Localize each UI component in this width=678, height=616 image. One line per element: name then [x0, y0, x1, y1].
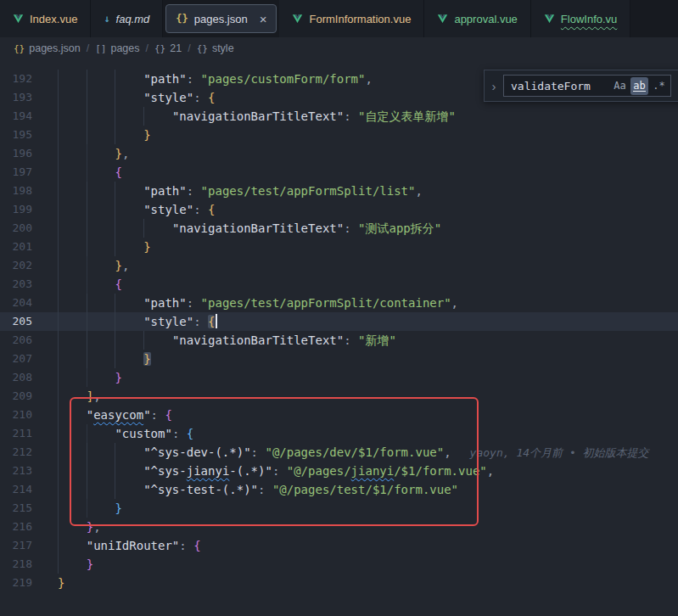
code-line-211[interactable]: 211"custom": { [0, 424, 678, 443]
code-line-217[interactable]: 217"uniIdRouter": { [0, 536, 678, 555]
code-line-content: } [58, 499, 678, 518]
close-icon[interactable]: × [260, 13, 267, 25]
breadcrumb-item-style[interactable]: {}style [197, 42, 234, 54]
code-line-212[interactable]: 212"^sys-dev-(.*)": "@/pages/dev/$1/form… [0, 443, 678, 462]
line-number[interactable]: 202 [0, 256, 32, 275]
breadcrumb-item-pages-json[interactable]: {}pages.json [14, 42, 81, 54]
tab-forminformation-vue[interactable]: FormInformation.vue [279, 0, 424, 37]
code-line-203[interactable]: 203{ [0, 275, 678, 294]
line-number[interactable]: 200 [0, 219, 32, 238]
code-token: : [251, 445, 266, 459]
vue-icon [13, 14, 24, 25]
code-token: : [344, 333, 358, 347]
line-number[interactable]: 204 [0, 294, 32, 312]
code-line-content: } [58, 126, 678, 144]
code-line-204[interactable]: 204"path": "pages/test/appFormSplit/cont… [0, 294, 678, 312]
code-token: : [179, 539, 193, 552]
symbol-icon: {} [154, 43, 165, 54]
line-number[interactable]: 201 [0, 238, 32, 256]
line-number[interactable]: 192 [0, 70, 32, 88]
code-token: } [143, 352, 150, 366]
tab-approval-vue[interactable]: approval.vue [424, 0, 530, 37]
line-number[interactable]: 193 [0, 88, 32, 107]
editor-tab-bar: Index.vue↓faq.md{}pages.json×FormInforma… [0, 0, 678, 37]
find-input[interactable]: validateForm Aa ab .* [503, 75, 671, 97]
line-number[interactable]: 210 [0, 406, 32, 424]
code-line-206[interactable]: 206"navigationBarTitleText": "新增" [0, 331, 678, 350]
line-number[interactable]: 209 [0, 387, 32, 406]
line-number[interactable]: 199 [0, 200, 32, 219]
whole-word-button[interactable]: ab [630, 77, 648, 95]
code-line-content: } [58, 555, 678, 574]
code-token: "pages/test/appFormSplit/container" [201, 296, 451, 310]
match-case-button[interactable]: Aa [611, 77, 629, 95]
tab-index-vue[interactable]: Index.vue [0, 0, 91, 37]
line-number[interactable]: 207 [0, 350, 32, 368]
line-number[interactable]: 212 [0, 443, 32, 462]
code-line-214[interactable]: 214"^sys-test-(.*)": "@/pages/test/$1/fo… [0, 480, 678, 499]
line-number[interactable]: 197 [0, 163, 32, 182]
code-line-198[interactable]: 198"path": "pages/test/appFormSplit/list… [0, 182, 678, 200]
regex-button[interactable]: .* [650, 77, 668, 95]
breadcrumb: {}pages.json/[]pages/{}21/{}style [0, 37, 678, 59]
code-line-content: }, [58, 144, 678, 163]
line-number[interactable]: 208 [0, 368, 32, 387]
markdown-icon: ↓ [104, 13, 109, 25]
tab-flowinfo-vu[interactable]: FlowInfo.vu [531, 0, 630, 37]
code-token: : [172, 427, 187, 440]
line-number[interactable]: 211 [0, 424, 32, 443]
code-line-199[interactable]: 199"style": { [0, 200, 678, 219]
code-line-201[interactable]: 201} [0, 238, 678, 256]
line-number[interactable]: 213 [0, 462, 32, 480]
breadcrumb-label: 21 [170, 42, 182, 54]
code-line-218[interactable]: 218} [0, 555, 678, 574]
code-token: : [187, 296, 201, 310]
code-line-195[interactable]: 195} [0, 126, 678, 144]
code-line-197[interactable]: 197{ [0, 163, 678, 182]
code-line-207[interactable]: 207} [0, 350, 678, 368]
code-line-196[interactable]: 196}, [0, 144, 678, 163]
code-line-200[interactable]: 200"navigationBarTitleText": "测试app拆分" [0, 219, 678, 238]
find-expand-toggle[interactable]: › [485, 79, 503, 93]
line-number[interactable]: 214 [0, 480, 32, 499]
line-number[interactable]: 195 [0, 126, 32, 144]
line-number[interactable]: 196 [0, 144, 32, 163]
code-token: { [208, 203, 215, 216]
code-token: } [58, 576, 64, 590]
tab-label: pages.json [194, 13, 248, 25]
code-token: "path" [143, 72, 187, 86]
code-token: } [87, 520, 93, 534]
line-number[interactable]: 217 [0, 536, 32, 555]
line-number[interactable]: 215 [0, 499, 32, 518]
code-token: , [451, 296, 458, 310]
breadcrumb-item-pages[interactable]: []pages [95, 42, 139, 54]
code-editor[interactable]: 192"path": "pages/customForm/form",193"s… [0, 59, 678, 616]
vue-icon [292, 14, 303, 25]
code-line-205[interactable]: 205"style": { [0, 312, 678, 331]
code-line-219[interactable]: 219} [0, 574, 678, 592]
code-line-208[interactable]: 208} [0, 368, 678, 387]
code-line-194[interactable]: 194"navigationBarTitleText": "自定义表单新增" [0, 107, 678, 126]
line-number[interactable]: 219 [0, 574, 32, 592]
tab-faq-md[interactable]: ↓faq.md [91, 0, 163, 37]
line-number[interactable]: 194 [0, 107, 32, 126]
code-line-213[interactable]: 213"^sys-jianyi-(.*)": "@/pages/jianyi/$… [0, 462, 678, 480]
line-number[interactable]: 206 [0, 331, 32, 350]
line-number[interactable]: 218 [0, 555, 32, 574]
code-token: " [143, 408, 150, 422]
breadcrumb-item-21[interactable]: {}21 [154, 42, 182, 54]
whole-word-icon: ab [633, 81, 645, 92]
code-line-202[interactable]: 202}, [0, 256, 678, 275]
code-token: "style" [143, 91, 193, 104]
code-line-215[interactable]: 215} [0, 499, 678, 518]
code-line-209[interactable]: 209], [0, 387, 678, 406]
code-line-216[interactable]: 216}, [0, 518, 678, 536]
line-number[interactable]: 205 [0, 312, 32, 331]
line-number[interactable]: 216 [0, 518, 32, 536]
code-line-content: "^sys-jianyi-(.*)": "@/pages/jianyi/$1/f… [58, 462, 678, 480]
line-number[interactable]: 198 [0, 182, 32, 200]
code-line-content: "path": "pages/test/appFormSplit/list", [58, 182, 678, 200]
tab-pages-json[interactable]: {}pages.json× [165, 4, 277, 33]
code-line-210[interactable]: 210"easycom": { [0, 406, 678, 424]
line-number[interactable]: 203 [0, 275, 32, 294]
